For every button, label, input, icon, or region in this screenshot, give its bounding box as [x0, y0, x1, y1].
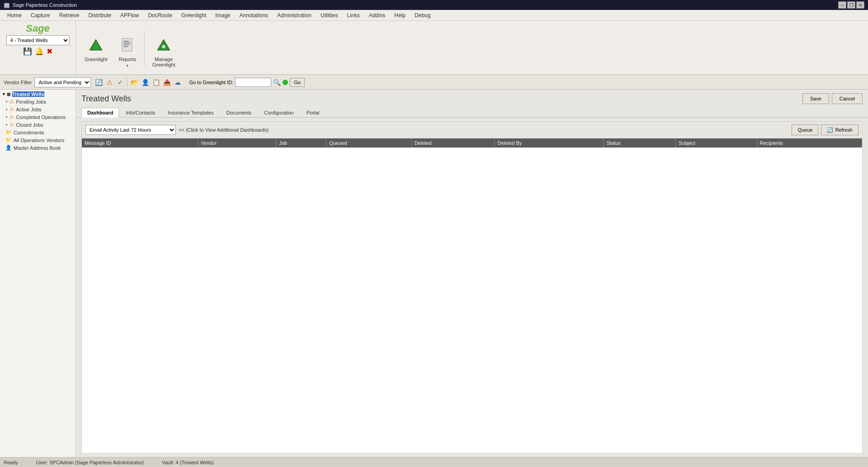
close-button[interactable]: ✕: [856, 1, 864, 9]
check-icon[interactable]: ✓: [115, 77, 125, 87]
tab-insurance-templates[interactable]: Insurance Templates: [162, 108, 219, 117]
ribbon: Greenlight Reports ▼: [76, 21, 868, 75]
logo-panel: Sage 4 - Treated Wells 💾 🔔 ✖: [0, 21, 76, 74]
menu-item-image[interactable]: Image: [212, 11, 234, 19]
app-title: Sage Paperless Construction: [13, 2, 77, 8]
menu-item-retrieve[interactable]: Retrieve: [56, 11, 83, 19]
toolbar-icons: 🔄 ⚠ ✓ 📂 👤 📋 📤 ☁: [94, 77, 183, 87]
search-icon[interactable]: 🔍: [273, 79, 281, 86]
svg-point-8: [162, 45, 165, 48]
refresh-icon[interactable]: 🔄: [94, 77, 104, 87]
menu-item-capture[interactable]: Capture: [27, 11, 54, 19]
x-icon[interactable]: ✖: [47, 47, 52, 56]
svg-rect-6: [123, 46, 128, 47]
manage-greenlight-icon: [155, 37, 173, 55]
refresh-icon-btn: 🔄: [827, 127, 833, 133]
svg-rect-5: [123, 44, 130, 45]
menu-item-debug[interactable]: Debug: [411, 11, 434, 19]
tab-dashboard[interactable]: Dashboard: [81, 108, 119, 118]
sidebar-item-active-jobs[interactable]: + ⚠ Active Jobs: [2, 105, 75, 113]
menu-item-distribute[interactable]: Distribute: [85, 11, 115, 19]
sidebar-grid-icon: ⊞: [7, 92, 10, 97]
col-header-job: Job: [276, 138, 326, 148]
content: Treated Wells Save Cancel DashboardInfo/…: [76, 90, 868, 457]
tab-documents[interactable]: Documents: [221, 108, 258, 117]
reports-button[interactable]: Reports ▼: [113, 33, 142, 74]
closed-jobs-label: Closed Jobs: [16, 122, 43, 128]
menu-item-links[interactable]: Links: [344, 11, 363, 19]
save-icon[interactable]: 💾: [23, 47, 32, 56]
go-to-label: Go to Greenlight ID:: [189, 80, 233, 85]
menu-item-administration[interactable]: Administration: [274, 11, 315, 19]
upload-icon[interactable]: 📤: [162, 77, 172, 87]
sidebar-root[interactable]: ▼ ⊞ Treated Wells: [0, 91, 75, 98]
menu-bar: HomeCaptureRetrieveDistributeAPFlowDocRo…: [0, 10, 868, 21]
cancel-button[interactable]: Cancel: [832, 93, 863, 104]
folder-green-icon[interactable]: 📂: [129, 77, 139, 87]
logo-actions: 💾 🔔 ✖: [23, 47, 52, 56]
sidebar-item-completed-ops[interactable]: + ⚠ Completed Operations: [2, 113, 75, 121]
person-icon[interactable]: 👤: [140, 77, 150, 87]
col-header-message-id: Message ID: [82, 138, 198, 148]
greenlight-label: Greenlight: [85, 57, 108, 62]
cloud-icon[interactable]: ☁: [173, 77, 183, 87]
all-ops-icon: 📁: [5, 137, 12, 143]
expand-icon-2: +: [5, 107, 8, 112]
pending-jobs-label: Pending Jobs: [16, 99, 46, 105]
col-header-deleted-by: Deleted By: [495, 138, 604, 148]
queue-button[interactable]: Queue: [792, 124, 818, 135]
sidebar-root-label[interactable]: Treated Wells: [12, 91, 44, 97]
commitments-folder-icon: 📁: [5, 129, 12, 135]
reports-dropdown-arrow: ▼: [126, 64, 129, 68]
warning-icon[interactable]: ⚠: [104, 77, 114, 87]
go-button[interactable]: Go: [290, 78, 305, 87]
col-header-vendor: Vendor: [198, 138, 276, 148]
sidebar-item-commitments[interactable]: 📁 Commitments: [2, 129, 75, 136]
menu-item-greenlight[interactable]: Greenlight: [178, 11, 210, 19]
ribbon-panel: Sage 4 - Treated Wells 💾 🔔 ✖ Greenlight: [0, 21, 868, 75]
sidebar-item-master-address-book[interactable]: 👤 Master Address Book: [2, 144, 75, 152]
status-ready: Ready: [4, 460, 18, 465]
all-ops-label: All Operations Vendors: [14, 138, 65, 143]
greenlight-icon: [87, 37, 105, 55]
tab-portal[interactable]: Portal: [301, 108, 326, 117]
sidebar: ▼ ⊞ Treated Wells + ⚠ Pending Jobs + ⚠ A…: [0, 90, 76, 457]
tab-info-contacts[interactable]: Info/Contacts: [120, 108, 161, 117]
reports-label: Reports: [119, 57, 137, 62]
completed-ops-icon: ⚠: [9, 114, 14, 120]
dashboard-nav[interactable]: << (Click to View Additional Dashboards): [179, 127, 269, 133]
save-button[interactable]: Save: [802, 93, 829, 104]
sidebar-item-all-ops-vendors[interactable]: 📁 All Operations Vendors: [2, 136, 75, 144]
title-bar-controls: ─ ❐ ✕: [838, 1, 864, 9]
table-header-row: Message IDVendorJobQueuedDeletedDeleted …: [82, 138, 862, 148]
manage-greenlight-button[interactable]: ManageGreenlight: [147, 33, 180, 74]
menu-item-help[interactable]: Help: [391, 11, 409, 19]
toolbar-separator-1: [127, 78, 127, 86]
dashboard-toolbar: Email Activity Last 72 Hours Pending Job…: [82, 122, 862, 138]
menu-item-apflow[interactable]: APFlow: [117, 11, 142, 19]
status-vault: Vault: 4 (Treated Wells): [162, 460, 213, 465]
filter-select[interactable]: Active and Pending All Pending Active: [34, 77, 91, 87]
menu-item-home[interactable]: Home: [4, 11, 25, 19]
file-icon[interactable]: 📋: [151, 77, 161, 87]
refresh-button[interactable]: 🔄 Refresh: [821, 124, 859, 135]
reports-icon: [118, 37, 137, 55]
restore-button[interactable]: ❐: [847, 1, 855, 9]
app-icon: 🏢: [4, 2, 10, 8]
vault-select[interactable]: 4 - Treated Wells: [6, 35, 70, 45]
greenlight-button[interactable]: Greenlight: [80, 33, 113, 74]
table-wrapper: Message IDVendorJobQueuedDeletedDeleted …: [82, 138, 862, 453]
menu-item-addins[interactable]: Addins: [365, 11, 389, 19]
bell-icon[interactable]: 🔔: [35, 47, 44, 56]
menu-item-docroute[interactable]: DocRoute: [144, 11, 175, 19]
menu-item-utilities[interactable]: Utilities: [317, 11, 342, 19]
col-header-status: Status: [604, 138, 676, 148]
dashboard-dropdown[interactable]: Email Activity Last 72 Hours Pending Job…: [85, 125, 176, 135]
menu-item-annotations[interactable]: Annotations: [236, 11, 272, 19]
greenlight-id-input[interactable]: [235, 78, 271, 87]
sidebar-item-pending-jobs[interactable]: + ⚠ Pending Jobs: [2, 98, 75, 105]
sidebar-item-closed-jobs[interactable]: + ⚠ Closed Jobs: [2, 121, 75, 129]
minimize-button[interactable]: ─: [838, 1, 846, 9]
closed-jobs-icon: ⚠: [9, 122, 14, 128]
tab-configuration[interactable]: Configuration: [258, 108, 299, 117]
